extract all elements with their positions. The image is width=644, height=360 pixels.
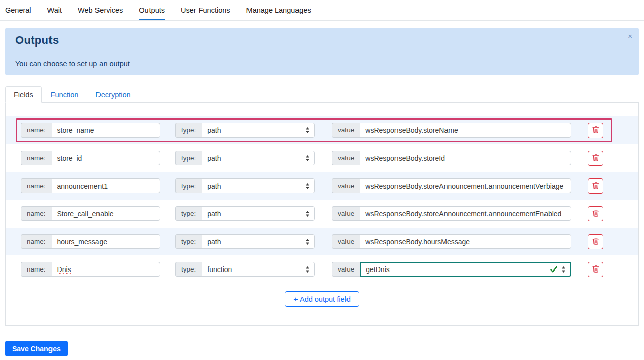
type-input-group: type: path: [175, 206, 315, 221]
outputs-alert: Outputs You can choose to set up an outp…: [5, 28, 639, 75]
field-value-select[interactable]: getDnis: [360, 262, 571, 277]
delete-field-button[interactable]: [588, 262, 603, 277]
selected-type: path: [207, 210, 301, 218]
close-icon[interactable]: ×: [628, 32, 632, 40]
delete-field-button[interactable]: [588, 206, 603, 221]
name-input-group: name:: [21, 123, 160, 138]
nav-item-manage-languages[interactable]: Manage Languages: [246, 0, 311, 20]
output-field-row: name: type: function value getDnis: [6, 255, 638, 283]
selected-type: function: [207, 265, 301, 274]
name-label: name:: [21, 262, 52, 277]
value-input-group: value: [332, 151, 571, 165]
field-value-input[interactable]: [360, 206, 571, 221]
field-value-input[interactable]: [360, 234, 571, 249]
name-label: name:: [21, 206, 52, 221]
nav-item-general[interactable]: General: [5, 0, 31, 20]
alert-divider: [15, 53, 629, 53]
delete-field-button[interactable]: [588, 234, 603, 249]
select-arrows-icon: [305, 127, 310, 133]
output-field-row: name: type: path value: [6, 200, 638, 228]
nav-item-outputs[interactable]: Outputs: [139, 0, 165, 20]
select-arrows-icon: [305, 266, 310, 273]
selected-type: path: [207, 126, 301, 134]
type-label: type:: [175, 151, 202, 165]
field-name-input[interactable]: [52, 262, 160, 277]
field-type-select[interactable]: path: [202, 206, 315, 221]
field-name-input[interactable]: [52, 151, 160, 165]
selected-type: path: [207, 154, 301, 162]
field-type-select[interactable]: function: [202, 262, 315, 277]
field-name-input[interactable]: [52, 123, 160, 138]
nav-item-web-services[interactable]: Web Services: [78, 0, 123, 20]
output-field-row: name: type: path value: [6, 116, 638, 144]
select-arrows-icon: [305, 211, 310, 217]
select-arrows-icon: [305, 155, 310, 161]
value-input-group: value: [332, 178, 571, 193]
field-type-select[interactable]: path: [202, 151, 315, 165]
value-label: value: [332, 178, 360, 193]
check-icon: [550, 266, 557, 273]
type-input-group: type: path: [175, 151, 315, 165]
fields-tabbar: Fields Function Decryption: [0, 86, 644, 102]
field-name-input[interactable]: [52, 178, 160, 193]
name-label: name:: [21, 178, 52, 193]
type-input-group: type: path: [175, 123, 315, 138]
name-input-group: name:: [21, 151, 160, 165]
value-input-group: value: [332, 234, 571, 249]
select-arrows-icon: [305, 183, 310, 189]
trash-icon: [592, 209, 600, 218]
footer-divider: [0, 333, 644, 333]
output-field-row: name: type: path value: [6, 228, 638, 255]
field-type-select[interactable]: path: [202, 234, 315, 249]
tab-fields[interactable]: Fields: [5, 86, 42, 103]
trash-icon: [592, 154, 600, 163]
selected-type: path: [207, 238, 301, 246]
name-input-group: name:: [21, 206, 160, 221]
name-label: name:: [21, 123, 52, 138]
field-value-input[interactable]: [360, 151, 571, 165]
type-input-group: type: path: [175, 178, 315, 193]
type-label: type:: [175, 234, 202, 249]
field-value-input[interactable]: [360, 123, 571, 138]
select-arrows-icon: [305, 239, 310, 245]
type-label: type:: [175, 178, 202, 193]
name-label: name:: [21, 151, 52, 165]
tab-function[interactable]: Function: [42, 86, 87, 103]
top-navigation: General Wait Web Services Outputs User F…: [0, 0, 644, 21]
save-changes-button[interactable]: Save Changes: [5, 341, 68, 356]
add-output-field-button[interactable]: + Add output field: [285, 291, 359, 307]
field-name-input[interactable]: [52, 234, 160, 249]
type-input-group: type: function: [175, 262, 315, 277]
selected-type: path: [207, 182, 301, 190]
value-label: value: [332, 151, 360, 165]
select-arrows-icon: [561, 266, 566, 273]
trash-icon: [592, 237, 600, 246]
fields-panel: name: type: path value name:: [5, 102, 639, 326]
alert-message: You can choose to set up an output: [15, 60, 629, 68]
name-input-group: name:: [21, 262, 160, 277]
output-field-row: name: type: path value: [6, 172, 638, 200]
value-label: value: [332, 206, 360, 221]
output-field-row: name: type: path value: [6, 144, 638, 172]
nav-item-user-functions[interactable]: User Functions: [181, 0, 230, 20]
alert-title: Outputs: [15, 34, 629, 47]
name-input-group: name:: [21, 178, 160, 193]
field-name-input[interactable]: [52, 206, 160, 221]
value-input-group: value getDnis: [332, 262, 571, 277]
field-type-select[interactable]: path: [202, 178, 315, 193]
nav-item-wait[interactable]: Wait: [47, 0, 62, 20]
value-label: value: [332, 234, 360, 249]
value-label: value: [332, 123, 360, 138]
value-input-group: value: [332, 206, 571, 221]
trash-icon: [592, 265, 600, 274]
tab-decryption[interactable]: Decryption: [87, 86, 139, 103]
delete-field-button[interactable]: [588, 123, 603, 138]
name-input-group: name:: [21, 234, 160, 249]
trash-icon: [592, 182, 600, 191]
field-value-input[interactable]: [360, 178, 571, 193]
field-type-select[interactable]: path: [202, 123, 315, 138]
type-label: type:: [175, 262, 202, 277]
name-label: name:: [21, 234, 52, 249]
delete-field-button[interactable]: [588, 178, 603, 194]
delete-field-button[interactable]: [588, 151, 603, 166]
